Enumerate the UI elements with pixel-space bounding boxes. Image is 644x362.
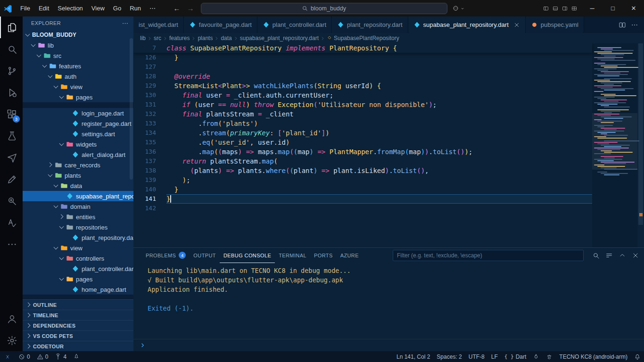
- tree-item-bloom-buddy[interactable]: BLOOM_BUDDY: [23, 30, 133, 40]
- code-line-131[interactable]: 131 if (user == null) throw Exception('U…: [133, 100, 592, 109]
- activity-spell-checker[interactable]: [0, 212, 23, 233]
- tab-plant-repository-dart[interactable]: plant_repository.dart: [332, 16, 408, 33]
- panel-tab-debug-console[interactable]: DEBUG CONSOLE: [220, 248, 275, 263]
- code-line-141[interactable]: 141}: [133, 194, 592, 204]
- close-panel-icon[interactable]: [632, 252, 639, 259]
- split-editor-icon[interactable]: [619, 21, 626, 29]
- section-timeline[interactable]: TIMELINE: [23, 310, 133, 320]
- line-number[interactable]: 139: [133, 175, 166, 185]
- code-line-129[interactable]: 129 Stream<List<Plant>> watchLikePlants(…: [133, 81, 592, 90]
- section-codetour[interactable]: CODETOUR: [23, 341, 133, 351]
- section-vs-code-pets[interactable]: VS CODE PETS: [23, 330, 133, 341]
- breadcrumb-src[interactable]: src: [154, 35, 161, 41]
- activity-explorer[interactable]: [0, 16, 23, 38]
- status-ports-count[interactable]: 4: [51, 351, 70, 362]
- status-cursor-position[interactable]: Ln 141, Col 2: [393, 351, 433, 362]
- word-wrap-icon[interactable]: [605, 252, 613, 259]
- tree-item-entities[interactable]: entities: [23, 212, 133, 222]
- tree-item-features[interactable]: features: [23, 61, 133, 71]
- toggle-sidebar-icon[interactable]: [542, 5, 550, 12]
- editor-scrollbar[interactable]: [638, 43, 643, 225]
- tree-item-login-page-dart[interactable]: login_page.dart: [23, 108, 133, 118]
- explorer-actions-icon[interactable]: [122, 20, 129, 27]
- status-remote-indicator[interactable]: [0, 351, 15, 362]
- forward-icon[interactable]: →: [187, 4, 194, 12]
- activity-extensions[interactable]: 3: [0, 103, 23, 125]
- code-line-139[interactable]: 139 );: [133, 175, 592, 185]
- tree-item-controllers[interactable]: controllers: [23, 253, 133, 263]
- tree-item-view[interactable]: view: [23, 82, 133, 92]
- tab-favourite-page-dart[interactable]: favourite_page.dart: [184, 16, 257, 33]
- tab-supabase-plant-repository-dart[interactable]: supabase_plant_repository.dart: [408, 16, 526, 33]
- tree-item-view[interactable]: view: [23, 243, 133, 253]
- tree-item-plant-controller-dart[interactable]: plant_controller.dart: [23, 263, 133, 274]
- tree-item-widgets[interactable]: widgets: [23, 139, 133, 149]
- tab-ist-widget-dart[interactable]: ist_widget.dart: [133, 16, 184, 33]
- line-number[interactable]: 134: [133, 128, 166, 138]
- customize-layout-icon[interactable]: [570, 5, 578, 12]
- console-filter-input[interactable]: [393, 250, 584, 261]
- breadcrumb-lib[interactable]: lib: [140, 35, 146, 41]
- activity-thunder-client[interactable]: [0, 147, 23, 168]
- tree-item-pages[interactable]: pages: [23, 274, 133, 284]
- tree-item-plant-repository-dart[interactable]: plant_repository.dart: [23, 232, 133, 243]
- breadcrumb-supabaseplantrepository[interactable]: SupabasePlantRepository: [327, 35, 399, 41]
- menu-file[interactable]: File: [16, 3, 34, 14]
- line-number[interactable]: 135: [133, 138, 166, 147]
- line-number[interactable]: 128: [133, 72, 166, 81]
- activity-run-debug[interactable]: [0, 82, 23, 103]
- activity-search[interactable]: [0, 38, 23, 60]
- tree-item-plants[interactable]: plants: [23, 170, 133, 181]
- status-indentation[interactable]: Spaces: 2: [433, 351, 465, 362]
- breadcrumb-supabase-plant-repository-dart[interactable]: supabase_plant_repository.dart: [240, 35, 319, 41]
- breadcrumb-plants[interactable]: plants: [198, 35, 213, 41]
- tree-item-supabase-plant-reposi[interactable]: supabase_plant_reposi...: [23, 191, 133, 201]
- line-number[interactable]: 136: [133, 147, 166, 156]
- sticky-scroll-line[interactable]: 7class SupabasePlantRepository implement…: [133, 43, 592, 53]
- panel-tab-output[interactable]: OUTPUT: [190, 248, 220, 263]
- code-line-136[interactable]: 136 .map((maps) => maps.map((map) => Pla…: [133, 147, 592, 156]
- code-line-133[interactable]: 133 .from('plants'): [133, 119, 592, 128]
- line-number[interactable]: 129: [133, 81, 166, 90]
- more-actions-icon[interactable]: [631, 21, 638, 29]
- tree-item-auth[interactable]: auth: [23, 71, 133, 82]
- status-launch-indicator[interactable]: [70, 351, 83, 362]
- code-line-132[interactable]: 132 final plantsStream = _client: [133, 109, 592, 119]
- panel-tab-ports[interactable]: PORTS: [310, 248, 337, 263]
- console-input-row[interactable]: [133, 339, 644, 351]
- section-outline[interactable]: OUTLINE: [23, 299, 133, 310]
- activity-accounts[interactable]: [0, 308, 23, 329]
- code-editor[interactable]: 7class SupabasePlantRepository implement…: [133, 43, 644, 247]
- tree-item-home-page-dart[interactable]: home_page.dart: [23, 284, 133, 295]
- line-number[interactable]: 142: [133, 204, 166, 213]
- breadcrumb-data[interactable]: data: [221, 35, 231, 41]
- tree-item-repositories[interactable]: repositories: [23, 222, 133, 232]
- minimap[interactable]: [592, 43, 637, 247]
- menu-run[interactable]: Run: [125, 3, 145, 14]
- section-dependencies[interactable]: DEPENDENCIES: [23, 320, 133, 330]
- line-number[interactable]: 133: [133, 119, 166, 128]
- tree-item-pages[interactable]: pages: [23, 92, 133, 102]
- code-line-7[interactable]: 7class SupabasePlantRepository implement…: [133, 43, 592, 53]
- status-device-selector[interactable]: TECNO KC8 (android-arm): [556, 351, 631, 362]
- code-line-137[interactable]: 137 return plantsStream.map(: [133, 156, 592, 166]
- tree-item-lib[interactable]: lib: [23, 40, 133, 50]
- code-line-142[interactable]: 142: [133, 204, 592, 213]
- tree-item-register-page-dart[interactable]: register_page.dart: [23, 118, 133, 129]
- minimize-button[interactable]: ─: [582, 0, 603, 16]
- code-line-130[interactable]: 130 final user = _client.auth.currentUse…: [133, 90, 592, 100]
- toggle-secondary-sidebar-icon[interactable]: [561, 5, 569, 12]
- status-eol[interactable]: LF: [488, 351, 501, 362]
- status-error-count[interactable]: 0: [15, 351, 33, 362]
- menu-more[interactable]: ⋯: [145, 3, 160, 14]
- activity-pen[interactable]: [0, 168, 23, 190]
- panel-tab-azure[interactable]: AZURE: [337, 248, 363, 263]
- activity-search-editor[interactable]: [0, 190, 23, 212]
- tab-close-icon[interactable]: [513, 22, 520, 28]
- find-icon[interactable]: [592, 252, 600, 259]
- line-number[interactable]: 137: [133, 156, 166, 166]
- tree-item-src[interactable]: src: [23, 50, 133, 61]
- code-line-126[interactable]: 126 }: [133, 53, 592, 62]
- back-icon[interactable]: ←: [173, 4, 181, 12]
- maximize-button[interactable]: □: [603, 0, 623, 16]
